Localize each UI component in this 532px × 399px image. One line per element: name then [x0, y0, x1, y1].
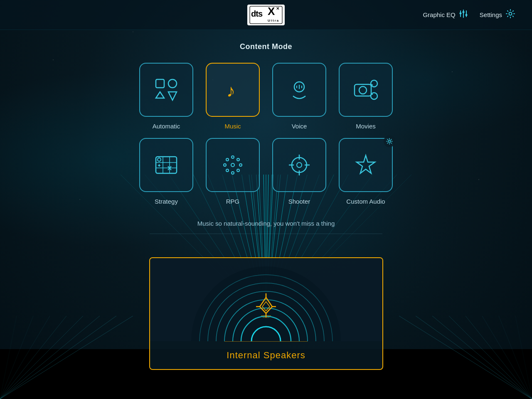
svg-line-97: [0, 316, 17, 399]
svg-rect-12: [156, 79, 164, 88]
speaker-visual: [150, 258, 382, 341]
svg-marker-83: [262, 302, 270, 311]
svg-point-46: [292, 158, 307, 172]
dts-logo: dts X ✕ Ultra: [247, 5, 285, 25]
eq-icon: [459, 9, 468, 20]
graphic-eq-label: Graphic EQ: [423, 11, 455, 18]
settings-label: Settings: [480, 11, 502, 18]
svg-line-91: [0, 316, 116, 399]
mode-subtitle: Music so natural-sounding, you won't mis…: [197, 220, 335, 227]
speaker-box[interactable]: Internal Speakers: [149, 257, 383, 370]
rpg-icon-box[interactable]: [206, 138, 260, 192]
music-label: Music: [224, 123, 241, 130]
mode-music[interactable]: ♪ Music: [206, 63, 260, 130]
svg-line-94: [0, 316, 66, 399]
shooter-icon-box[interactable]: [272, 138, 326, 192]
mode-voice[interactable]: Voice: [272, 63, 326, 130]
svg-line-93: [0, 316, 83, 399]
mode-grid: Automatic ♪ Music Voice: [139, 63, 393, 205]
svg-point-38: [232, 156, 234, 158]
svg-point-43: [237, 158, 239, 161]
movies-icon: [351, 75, 380, 104]
svg-point-47: [297, 163, 302, 167]
mode-rpg[interactable]: RPG: [206, 138, 260, 205]
custom-audio-badge: [384, 135, 395, 147]
header: dts X ✕ Ultra Graphic EQ: [0, 0, 532, 30]
settings-gear-icon: [505, 9, 515, 21]
graphic-eq-button[interactable]: Graphic EQ: [419, 7, 472, 23]
voice-icon-box[interactable]: [272, 63, 326, 117]
rpg-icon: [218, 150, 247, 180]
svg-point-45: [237, 169, 239, 172]
svg-point-44: [226, 169, 229, 172]
svg-line-101: [449, 316, 532, 399]
custom-audio-icon-box[interactable]: [339, 138, 393, 192]
svg-point-40: [224, 164, 226, 166]
movies-icon-box[interactable]: [339, 63, 393, 117]
svg-point-24: [371, 93, 377, 99]
main-content: Content Mode Automatic ♪ Music: [0, 30, 532, 241]
voice-label: Voice: [292, 123, 307, 130]
svg-point-37: [231, 163, 234, 167]
strategy-icon-box[interactable]: [139, 138, 193, 192]
shooter-icon: [285, 150, 314, 180]
dts-download-icon: [249, 289, 283, 324]
automatic-icon-box[interactable]: [139, 63, 193, 117]
automatic-icon: [152, 75, 181, 104]
left-decorative-lines: [0, 316, 133, 399]
voice-icon: [285, 75, 314, 104]
svg-line-95: [0, 316, 50, 399]
music-icon-box[interactable]: ♪: [206, 63, 260, 117]
automatic-label: Automatic: [153, 123, 180, 130]
svg-text:Ultra: Ultra: [268, 19, 279, 22]
svg-text:✕: ✕: [276, 6, 279, 11]
svg-point-11: [509, 12, 512, 15]
svg-line-102: [466, 316, 532, 399]
speaker-bottom: Internal Speakers: [150, 342, 382, 369]
dts-logo-svg: dts X ✕ Ultra: [249, 6, 283, 24]
mode-shooter[interactable]: Shooter: [272, 138, 326, 205]
svg-point-42: [226, 158, 229, 161]
svg-text:♪: ♪: [227, 81, 235, 101]
svg-point-39: [232, 172, 234, 174]
mode-custom-audio[interactable]: Custom Audio: [339, 138, 393, 205]
logo-container: dts X ✕ Ultra: [247, 5, 285, 25]
svg-line-103: [482, 316, 532, 399]
svg-point-41: [239, 164, 242, 166]
svg-line-98: [399, 316, 532, 399]
svg-line-100: [432, 316, 532, 399]
mode-automatic[interactable]: Automatic: [139, 63, 193, 130]
svg-point-13: [168, 79, 177, 88]
svg-line-96: [0, 316, 33, 399]
right-decorative-lines: [399, 316, 532, 399]
settings-button[interactable]: Settings: [475, 6, 520, 23]
content-mode-title: Content Mode: [240, 42, 292, 51]
svg-point-32: [158, 158, 161, 161]
svg-marker-15: [168, 92, 177, 100]
strategy-label: Strategy: [155, 198, 178, 205]
speaker-divider: [224, 341, 308, 342]
svg-text:X: X: [268, 6, 275, 17]
svg-line-105: [515, 316, 532, 399]
svg-marker-53: [357, 155, 375, 173]
svg-point-22: [359, 86, 367, 94]
svg-text:dts: dts: [251, 9, 263, 18]
movies-label: Movies: [356, 123, 376, 130]
svg-point-52: [389, 140, 391, 143]
subtitle-divider: [150, 234, 382, 234]
svg-line-90: [0, 316, 133, 399]
svg-point-23: [371, 80, 377, 87]
svg-line-92: [0, 316, 100, 399]
svg-line-104: [499, 316, 532, 399]
rpg-label: RPG: [226, 198, 240, 205]
mode-movies[interactable]: Movies: [339, 63, 393, 130]
mode-strategy[interactable]: Strategy: [139, 138, 193, 205]
music-icon: ♪: [218, 75, 247, 104]
custom-audio-icon: [351, 150, 380, 180]
header-right: Graphic EQ Settings: [419, 6, 520, 23]
custom-audio-label: Custom Audio: [346, 198, 385, 205]
shooter-label: Shooter: [288, 198, 310, 205]
svg-marker-14: [156, 92, 164, 98]
speaker-label: Internal Speakers: [227, 350, 305, 360]
strategy-icon: [152, 150, 181, 180]
